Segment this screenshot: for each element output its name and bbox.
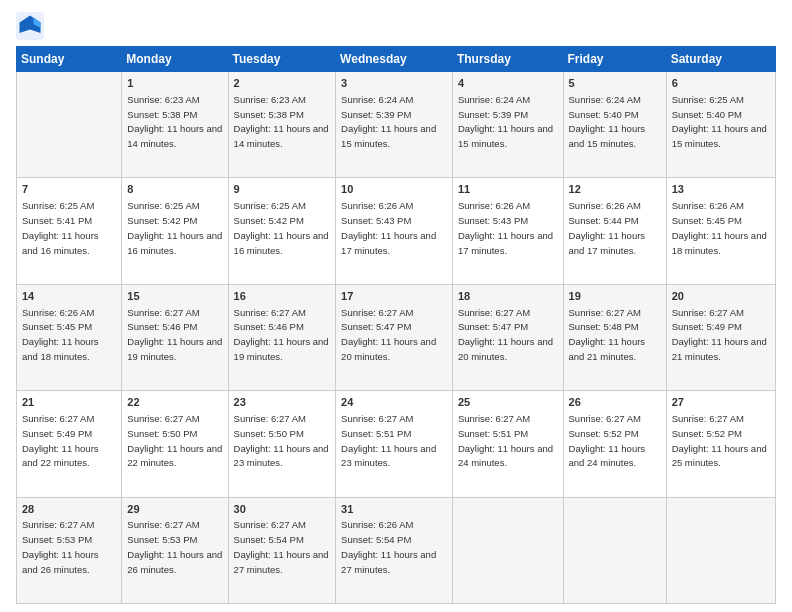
calendar-cell — [452, 497, 563, 603]
calendar-cell: 28Sunrise: 6:27 AMSunset: 5:53 PMDayligh… — [17, 497, 122, 603]
calendar-cell: 5Sunrise: 6:24 AMSunset: 5:40 PMDaylight… — [563, 72, 666, 178]
logo — [16, 12, 48, 40]
cell-info: Sunrise: 6:25 AMSunset: 5:40 PMDaylight:… — [672, 94, 767, 149]
calendar-cell: 20Sunrise: 6:27 AMSunset: 5:49 PMDayligh… — [666, 284, 775, 390]
day-number: 6 — [672, 76, 770, 91]
cell-info: Sunrise: 6:27 AMSunset: 5:54 PMDaylight:… — [234, 519, 329, 574]
day-number: 12 — [569, 182, 661, 197]
calendar-cell: 30Sunrise: 6:27 AMSunset: 5:54 PMDayligh… — [228, 497, 336, 603]
cell-info: Sunrise: 6:27 AMSunset: 5:53 PMDaylight:… — [22, 519, 99, 574]
day-number: 31 — [341, 502, 447, 517]
cell-info: Sunrise: 6:23 AMSunset: 5:38 PMDaylight:… — [127, 94, 222, 149]
day-number: 7 — [22, 182, 116, 197]
day-number: 4 — [458, 76, 558, 91]
cell-info: Sunrise: 6:27 AMSunset: 5:52 PMDaylight:… — [569, 413, 646, 468]
cell-info: Sunrise: 6:27 AMSunset: 5:48 PMDaylight:… — [569, 307, 646, 362]
header-cell-wednesday: Wednesday — [336, 47, 453, 72]
cell-info: Sunrise: 6:26 AMSunset: 5:45 PMDaylight:… — [672, 200, 767, 255]
calendar-cell: 16Sunrise: 6:27 AMSunset: 5:46 PMDayligh… — [228, 284, 336, 390]
header-cell-tuesday: Tuesday — [228, 47, 336, 72]
header-cell-sunday: Sunday — [17, 47, 122, 72]
week-row-1: 1Sunrise: 6:23 AMSunset: 5:38 PMDaylight… — [17, 72, 776, 178]
calendar-cell: 10Sunrise: 6:26 AMSunset: 5:43 PMDayligh… — [336, 178, 453, 284]
week-row-4: 21Sunrise: 6:27 AMSunset: 5:49 PMDayligh… — [17, 391, 776, 497]
day-number: 27 — [672, 395, 770, 410]
day-number: 16 — [234, 289, 331, 304]
calendar-cell: 21Sunrise: 6:27 AMSunset: 5:49 PMDayligh… — [17, 391, 122, 497]
header-cell-thursday: Thursday — [452, 47, 563, 72]
day-number: 14 — [22, 289, 116, 304]
day-number: 11 — [458, 182, 558, 197]
header-cell-saturday: Saturday — [666, 47, 775, 72]
day-number: 29 — [127, 502, 222, 517]
calendar-cell: 4Sunrise: 6:24 AMSunset: 5:39 PMDaylight… — [452, 72, 563, 178]
day-number: 2 — [234, 76, 331, 91]
calendar-cell: 18Sunrise: 6:27 AMSunset: 5:47 PMDayligh… — [452, 284, 563, 390]
calendar-cell: 6Sunrise: 6:25 AMSunset: 5:40 PMDaylight… — [666, 72, 775, 178]
day-number: 28 — [22, 502, 116, 517]
day-number: 23 — [234, 395, 331, 410]
calendar-cell: 29Sunrise: 6:27 AMSunset: 5:53 PMDayligh… — [122, 497, 228, 603]
calendar-cell: 31Sunrise: 6:26 AMSunset: 5:54 PMDayligh… — [336, 497, 453, 603]
day-number: 21 — [22, 395, 116, 410]
cell-info: Sunrise: 6:23 AMSunset: 5:38 PMDaylight:… — [234, 94, 329, 149]
day-number: 9 — [234, 182, 331, 197]
day-number: 13 — [672, 182, 770, 197]
cell-info: Sunrise: 6:27 AMSunset: 5:53 PMDaylight:… — [127, 519, 222, 574]
calendar-cell: 8Sunrise: 6:25 AMSunset: 5:42 PMDaylight… — [122, 178, 228, 284]
cell-info: Sunrise: 6:27 AMSunset: 5:46 PMDaylight:… — [234, 307, 329, 362]
cell-info: Sunrise: 6:26 AMSunset: 5:44 PMDaylight:… — [569, 200, 646, 255]
cell-info: Sunrise: 6:25 AMSunset: 5:41 PMDaylight:… — [22, 200, 99, 255]
header-cell-friday: Friday — [563, 47, 666, 72]
calendar-cell: 12Sunrise: 6:26 AMSunset: 5:44 PMDayligh… — [563, 178, 666, 284]
day-number: 5 — [569, 76, 661, 91]
cell-info: Sunrise: 6:27 AMSunset: 5:50 PMDaylight:… — [234, 413, 329, 468]
day-number: 22 — [127, 395, 222, 410]
calendar-cell: 17Sunrise: 6:27 AMSunset: 5:47 PMDayligh… — [336, 284, 453, 390]
calendar-cell: 23Sunrise: 6:27 AMSunset: 5:50 PMDayligh… — [228, 391, 336, 497]
day-number: 17 — [341, 289, 447, 304]
calendar-cell: 27Sunrise: 6:27 AMSunset: 5:52 PMDayligh… — [666, 391, 775, 497]
calendar-cell: 13Sunrise: 6:26 AMSunset: 5:45 PMDayligh… — [666, 178, 775, 284]
cell-info: Sunrise: 6:24 AMSunset: 5:39 PMDaylight:… — [458, 94, 553, 149]
week-row-5: 28Sunrise: 6:27 AMSunset: 5:53 PMDayligh… — [17, 497, 776, 603]
cell-info: Sunrise: 6:26 AMSunset: 5:43 PMDaylight:… — [458, 200, 553, 255]
header-cell-monday: Monday — [122, 47, 228, 72]
day-number: 3 — [341, 76, 447, 91]
cell-info: Sunrise: 6:26 AMSunset: 5:54 PMDaylight:… — [341, 519, 436, 574]
cell-info: Sunrise: 6:25 AMSunset: 5:42 PMDaylight:… — [127, 200, 222, 255]
cell-info: Sunrise: 6:27 AMSunset: 5:49 PMDaylight:… — [672, 307, 767, 362]
calendar-cell: 2Sunrise: 6:23 AMSunset: 5:38 PMDaylight… — [228, 72, 336, 178]
day-number: 15 — [127, 289, 222, 304]
day-number: 26 — [569, 395, 661, 410]
logo-icon — [16, 12, 44, 40]
calendar-cell: 22Sunrise: 6:27 AMSunset: 5:50 PMDayligh… — [122, 391, 228, 497]
cell-info: Sunrise: 6:27 AMSunset: 5:47 PMDaylight:… — [341, 307, 436, 362]
cell-info: Sunrise: 6:24 AMSunset: 5:39 PMDaylight:… — [341, 94, 436, 149]
calendar-cell: 24Sunrise: 6:27 AMSunset: 5:51 PMDayligh… — [336, 391, 453, 497]
week-row-3: 14Sunrise: 6:26 AMSunset: 5:45 PMDayligh… — [17, 284, 776, 390]
cell-info: Sunrise: 6:27 AMSunset: 5:52 PMDaylight:… — [672, 413, 767, 468]
week-row-2: 7Sunrise: 6:25 AMSunset: 5:41 PMDaylight… — [17, 178, 776, 284]
day-number: 1 — [127, 76, 222, 91]
calendar-cell: 11Sunrise: 6:26 AMSunset: 5:43 PMDayligh… — [452, 178, 563, 284]
calendar-cell: 15Sunrise: 6:27 AMSunset: 5:46 PMDayligh… — [122, 284, 228, 390]
day-number: 24 — [341, 395, 447, 410]
cell-info: Sunrise: 6:27 AMSunset: 5:50 PMDaylight:… — [127, 413, 222, 468]
day-number: 20 — [672, 289, 770, 304]
calendar-cell: 14Sunrise: 6:26 AMSunset: 5:45 PMDayligh… — [17, 284, 122, 390]
calendar-cell: 7Sunrise: 6:25 AMSunset: 5:41 PMDaylight… — [17, 178, 122, 284]
page: SundayMondayTuesdayWednesdayThursdayFrid… — [0, 0, 792, 612]
cell-info: Sunrise: 6:25 AMSunset: 5:42 PMDaylight:… — [234, 200, 329, 255]
cell-info: Sunrise: 6:27 AMSunset: 5:47 PMDaylight:… — [458, 307, 553, 362]
cell-info: Sunrise: 6:26 AMSunset: 5:43 PMDaylight:… — [341, 200, 436, 255]
calendar-cell — [17, 72, 122, 178]
day-number: 30 — [234, 502, 331, 517]
calendar-cell: 26Sunrise: 6:27 AMSunset: 5:52 PMDayligh… — [563, 391, 666, 497]
calendar-cell: 19Sunrise: 6:27 AMSunset: 5:48 PMDayligh… — [563, 284, 666, 390]
calendar-cell: 1Sunrise: 6:23 AMSunset: 5:38 PMDaylight… — [122, 72, 228, 178]
cell-info: Sunrise: 6:27 AMSunset: 5:51 PMDaylight:… — [341, 413, 436, 468]
calendar-cell: 25Sunrise: 6:27 AMSunset: 5:51 PMDayligh… — [452, 391, 563, 497]
day-number: 18 — [458, 289, 558, 304]
cell-info: Sunrise: 6:27 AMSunset: 5:49 PMDaylight:… — [22, 413, 99, 468]
